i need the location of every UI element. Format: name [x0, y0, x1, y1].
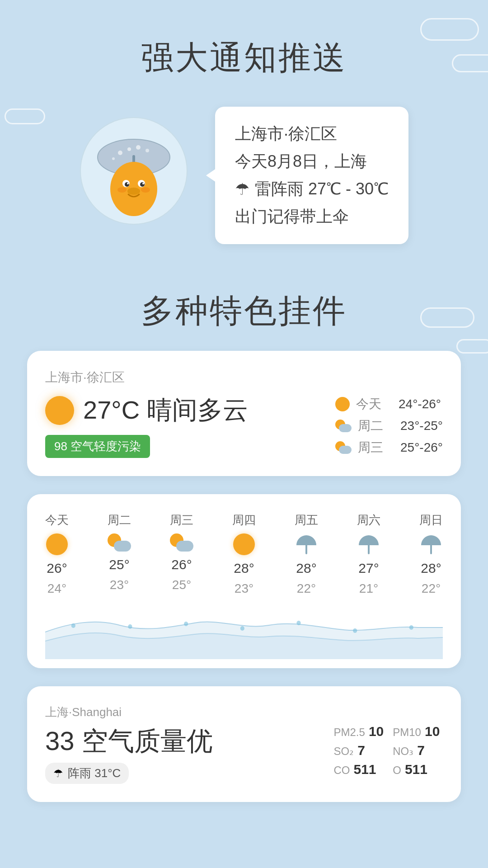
pollutant-name: O [393, 764, 401, 777]
pollutant-name: SO₂ [334, 745, 354, 758]
pollutant-row: CO511 [334, 762, 384, 777]
svg-point-12 [125, 182, 129, 187]
temp-high: 28° [234, 561, 254, 576]
weekly-grid: 今天 26° 24° 周二 25° 23° 周三 26° 25° 周四 28° … [45, 512, 443, 596]
svg-point-15 [142, 183, 144, 184]
svg-point-6 [145, 149, 149, 152]
day-column: 今天 26° 24° [45, 512, 69, 596]
notification-area: 上海市·徐汇区 今天8月8日，上海 ☂ 雷阵雨 27℃ - 30℃ 出门记得带上… [0, 107, 488, 244]
svg-point-25 [409, 625, 413, 630]
temp-high: 28° [421, 561, 441, 576]
weekly-forecast-widget: 今天 26° 24° 周二 25° 23° 周三 26° 25° 周四 28° … [27, 494, 461, 668]
day-sun-icon [46, 533, 68, 555]
widget1-right: 今天24°-26°周二23°-25°周三25°-26° [335, 396, 443, 456]
forecast-day: 周二 [358, 417, 394, 434]
day-label: 周六 [357, 512, 380, 528]
pollutant-value: 10 [425, 724, 440, 739]
day-column: 周二 25° 23° [108, 512, 131, 596]
widget3-right: PM2.510PM1010SO₂7NO₃7CO511O511 [334, 724, 443, 777]
forecast-row: 周三25°-26° [335, 439, 443, 456]
section1-title: 强大通知推送 [0, 0, 488, 80]
pollutant-value: 511 [354, 762, 376, 777]
temp-high: 27° [358, 561, 379, 576]
deco-cloud-1 [420, 18, 479, 41]
temp-high: 26° [47, 561, 67, 576]
svg-point-18 [141, 187, 150, 193]
svg-point-21 [184, 622, 188, 626]
bubble-date-line: 今天8月8日，上海 [235, 151, 389, 173]
deco-cloud-3 [5, 108, 45, 124]
forecast-sun-icon [335, 397, 350, 411]
pollutant-row: O511 [393, 762, 443, 777]
pollutant-value: 7 [357, 743, 365, 758]
pollutant-name: NO₃ [393, 745, 413, 758]
aqi-weather-text: 阵雨 31°C [68, 765, 121, 781]
pollutant-name: PM10 [393, 726, 421, 739]
svg-point-13 [140, 182, 145, 187]
temp-low: 22° [297, 581, 316, 596]
day-column: 周日 28° 22° [419, 512, 443, 596]
svg-point-5 [136, 145, 141, 150]
temp-high: 26° [171, 557, 192, 572]
umbrella-icon-small: ☂ [53, 767, 63, 780]
svg-point-17 [117, 187, 127, 193]
pollutant-value: 10 [369, 724, 384, 739]
bubble-weather-row: ☂ 雷阵雨 27℃ - 30℃ [235, 178, 389, 200]
widget3-left: 33 空气质量优 ☂ 阵雨 31°C [45, 724, 334, 784]
svg-point-14 [127, 183, 129, 184]
notification-bubble: 上海市·徐汇区 今天8月8日，上海 ☂ 雷阵雨 27℃ - 30℃ 出门记得带上… [215, 107, 408, 244]
pollutant-row: PM1010 [393, 724, 443, 739]
widget1-temp-condition: 27°C 晴间多云 [83, 393, 248, 428]
day-partly-icon [170, 533, 193, 552]
forecast-range: 23°-25° [400, 419, 443, 433]
temp-low: 23° [235, 581, 253, 596]
mascot-container [80, 117, 197, 234]
day-sun-icon [233, 533, 255, 555]
deco-cloud-4 [420, 307, 474, 328]
pollutant-row: SO₂7 [334, 743, 384, 758]
umbrella-icon: ☂ [235, 180, 249, 199]
air-quality-widget: 上海·Shanghai 33 空气质量优 ☂ 阵雨 31°C PM2.510PM… [27, 686, 461, 802]
aqi-main-text: 33 空气质量优 [45, 724, 334, 759]
day-label: 周三 [170, 512, 193, 528]
day-label: 今天 [45, 512, 69, 528]
svg-point-4 [127, 147, 131, 151]
day-rain-icon [420, 533, 442, 555]
day-column: 周五 28° 22° [295, 512, 318, 596]
svg-point-23 [296, 621, 300, 625]
temp-low: 25° [172, 578, 191, 592]
day-column: 周四 28° 23° [232, 512, 256, 596]
day-label: 周日 [419, 512, 443, 528]
forecast-range: 24°-26° [399, 397, 441, 411]
pollutant-value: 511 [405, 762, 427, 777]
section2-title: 多种特色挂件 [0, 289, 488, 333]
forecast-partly-icon [335, 420, 352, 432]
pollutant-value: 7 [417, 743, 425, 758]
pollutant-name: PM2.5 [334, 726, 365, 739]
widget1-location: 上海市·徐汇区 [45, 369, 443, 386]
svg-point-3 [118, 151, 122, 155]
aqi-weather-row: ☂ 阵雨 31°C [45, 763, 129, 784]
wave-area [45, 605, 443, 659]
deco-cloud-5 [456, 339, 488, 354]
day-column: 周六 27° 21° [357, 512, 380, 596]
forecast-row: 今天24°-26° [335, 396, 443, 413]
sun-icon-large [45, 396, 74, 425]
forecast-partly-icon [335, 441, 352, 454]
temp-high: 28° [296, 561, 316, 576]
temp-low: 23° [110, 578, 129, 592]
bubble-weather-text: 雷阵雨 27℃ - 30℃ [255, 178, 389, 200]
widget1-temp-row: 27°C 晴间多云 [45, 393, 248, 428]
deco-cloud-2 [452, 54, 488, 72]
forecast-range: 25°-26° [400, 440, 443, 455]
current-weather-widget: 上海市·徐汇区 27°C 晴间多云 98 空气轻度污染 今天24°-26°周二2… [27, 351, 461, 476]
bubble-reminder: 出门记得带上伞 [235, 206, 389, 228]
widget1-left: 27°C 晴间多云 98 空气轻度污染 [45, 393, 248, 458]
forecast-day: 周三 [358, 439, 394, 456]
bubble-date: 上海市·徐汇区 [235, 123, 389, 145]
day-label: 周四 [232, 512, 256, 528]
pollutant-row: PM2.510 [334, 724, 384, 739]
svg-point-22 [240, 626, 244, 631]
wave-chart [45, 605, 443, 659]
day-column: 周三 26° 25° [170, 512, 193, 596]
